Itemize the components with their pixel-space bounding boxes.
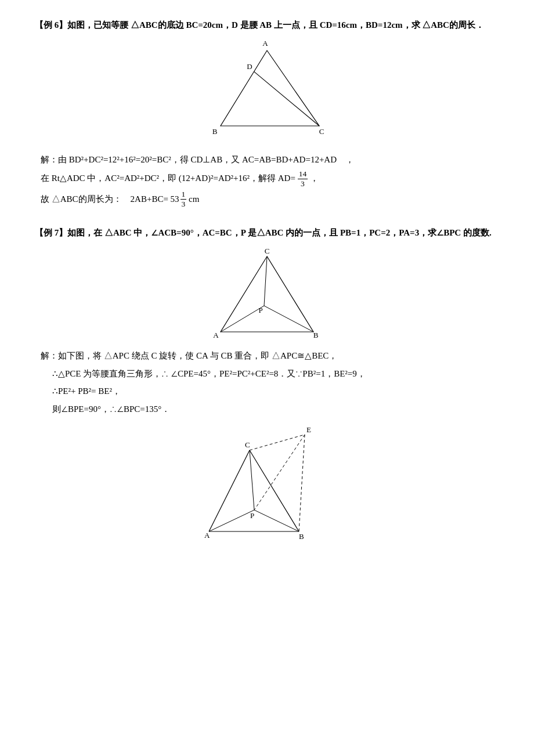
label-C: C [319,127,324,136]
svg-line-9 [250,450,254,510]
label-B: B [212,127,218,136]
solution6-line3: 故 △ABC的周长为： 2AB+BC= 53 1 3 cm [41,190,499,209]
svg-line-13 [299,435,305,531]
solution7-line3: ∴PE²+ PB²= BE²， [52,383,499,400]
example6-diagram: A B C D [35,40,499,144]
svg-line-10 [209,510,254,531]
ad-fraction: 14 3 [298,169,308,189]
label-A: A [213,331,219,339]
svg-line-6 [209,450,250,531]
svg-marker-2 [221,256,313,332]
solution7-line2: ∴△PCE 为等腰直角三角形，∴ ∠CPE=45°，PE²=PC²+CE²=8．… [52,366,499,382]
label-D: D [247,62,252,71]
perimeter-value: 53 1 3 [171,190,187,209]
solution6-line1: 解：由 BD²+DC²=12²+16²=20²=BC²，得 CD⊥AB，又 AC… [41,151,499,168]
example7-title: 【例 7】如图，在 △ABC 中，∠ACB=90°，AC=BC，P 是△ABC … [35,225,499,241]
svg-marker-0 [221,50,319,126]
example7-section: 【例 7】如图，在 △ABC 中，∠ACB=90°，AC=BC，P 是△ABC … [35,225,499,558]
label-B: B [299,532,304,541]
label-E: E [306,425,311,434]
label-C: C [265,248,270,255]
svg-line-7 [250,450,299,531]
example7-solution: 解：如下图，将 △APC 绕点 C 旋转，使 CA 与 CB 重合，即 △APC… [41,348,499,417]
solution7-line4: 则∠BPE=90°，∴∠BPC=135°． [52,401,499,418]
label-B: B [313,331,319,339]
svg-line-12 [250,435,305,450]
svg-line-3 [264,256,267,306]
label-P: P [258,306,262,314]
label-A: A [262,40,268,48]
example6-section: 【例 6】如图，已知等腰 △ABC的底边 BC=20cm，D 是腰 AB 上一点… [35,17,499,209]
example7-diagram2: E C A B P [35,424,499,558]
solution6-line2: 在 Rt△ADC 中，AC²=AD²+DC²，即 (12+AD)²=AD²+16… [41,169,499,189]
example6-title: 【例 6】如图，已知等腰 △ABC的底边 BC=20cm，D 是腰 AB 上一点… [35,17,499,33]
svg-line-5 [264,306,313,332]
solution7-line1: 解：如下图，将 △APC 绕点 C 旋转，使 CA 与 CB 重合，即 △APC… [41,348,499,364]
example7-diagram1: C A B P [35,248,499,341]
label-C: C [245,440,250,449]
label-P: P [250,511,254,520]
svg-line-4 [221,306,264,332]
svg-line-1 [254,71,319,126]
svg-line-14 [254,435,305,510]
example6-solution: 解：由 BD²+DC²=12²+16²=20²=BC²，得 CD⊥AB，又 AC… [41,151,499,209]
label-A: A [204,531,210,540]
